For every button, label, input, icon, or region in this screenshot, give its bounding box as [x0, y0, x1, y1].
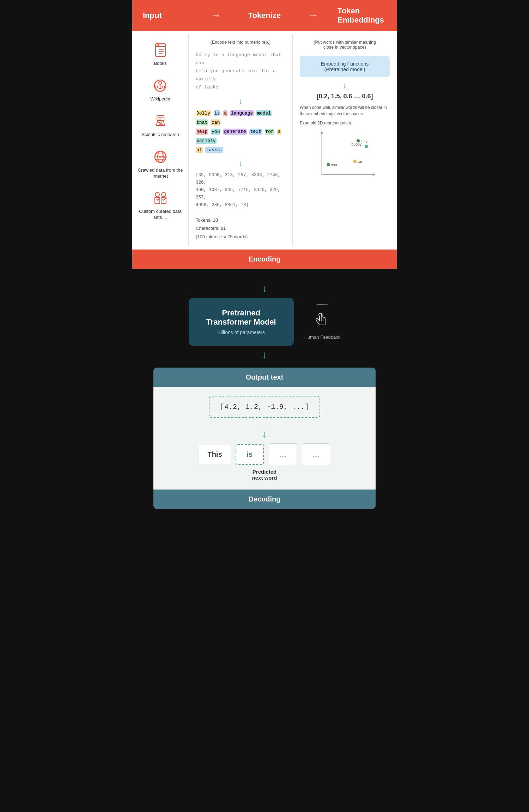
- tok-language: language: [230, 110, 254, 116]
- arrow-1: →: [191, 10, 240, 21]
- tokenize-column: (Encode text into numeric rep.) Dolly is…: [189, 35, 293, 246]
- tok-that: that: [196, 119, 208, 125]
- arrow-right-icon: →: [211, 10, 221, 21]
- token-stats: Tokens: 18 Characters: 81 (100 tokens ~=…: [196, 216, 285, 241]
- decoding-banner: Decoding: [153, 490, 376, 509]
- svg-point-30: [155, 192, 159, 197]
- books-label: Books: [154, 61, 166, 67]
- tokenize-header: Tokenize: [240, 11, 289, 20]
- tok-can: can: [211, 119, 220, 125]
- svg-marker-35: [320, 131, 323, 134]
- embeddings-header: Token Embeddings: [338, 6, 386, 25]
- decoding-label: Decoding: [248, 495, 280, 503]
- encoding-banner: Encoding: [132, 250, 397, 269]
- tokens-count: Tokens: 18: [196, 217, 218, 223]
- svg-point-43: [327, 163, 330, 166]
- word-this: This: [199, 445, 230, 464]
- embeddings-column: (Put words with similar meaningclose in …: [293, 35, 397, 246]
- svg-text:van: van: [331, 163, 337, 167]
- svg-point-8: [159, 81, 162, 84]
- header-row: Input → Tokenize → Token Embeddings: [132, 0, 397, 31]
- word-dot1: ...: [269, 443, 297, 465]
- tokens-note: (100 tokens ~= 75 words): [196, 234, 248, 239]
- wikipedia-icon: [152, 77, 169, 94]
- science-icon: [152, 113, 169, 130]
- tok-help: help: [196, 129, 208, 135]
- svg-rect-6: [157, 44, 158, 47]
- word-dot2: ...: [302, 443, 330, 465]
- svg-rect-16: [157, 116, 164, 121]
- bottom-section: ↓ PretrainedTransformer Model Billions o…: [132, 269, 397, 519]
- transformer-wrapper: PretrainedTransformer Model Billions of …: [153, 298, 376, 346]
- svg-point-32: [162, 192, 166, 197]
- output-header: Output text: [153, 368, 376, 387]
- top-section: Input → Tokenize → Token Embeddings: [132, 0, 397, 250]
- tok-a2: a: [277, 129, 281, 135]
- input-wikipedia: Wikipedia: [150, 77, 170, 102]
- svg-text:WWW: WWW: [159, 156, 166, 158]
- svg-point-13: [163, 86, 165, 88]
- input-books: Books: [152, 42, 169, 67]
- input-column: Books Wikipedia: [132, 35, 189, 246]
- tok-generate: generate: [223, 129, 247, 135]
- web-icon: WWW: [152, 148, 169, 165]
- book-icon: [152, 42, 169, 59]
- embedding-description: When done well, similar words will be cl…: [300, 104, 390, 117]
- svg-point-21: [158, 122, 159, 123]
- arrow-down-2: ↓: [196, 159, 285, 168]
- chars-count: Characters: 81: [196, 226, 226, 231]
- encoding-arrow-down: ↓: [153, 283, 376, 294]
- tokenize-subtitle: (Encode text into numeric rep.): [196, 40, 285, 45]
- tokenized-display: Dolly is a language model that can help …: [196, 109, 285, 155]
- output-section: Output text [4.2, 1.2, -1.9, ...] ↓ This…: [153, 368, 376, 509]
- arrow-2: →: [289, 10, 338, 21]
- tok-a: a: [223, 110, 227, 116]
- arrow-down-embed: ↓: [300, 81, 390, 90]
- embedding-functions-box: Embedding Functions(Pretrained model): [300, 56, 390, 77]
- input-science: Scientific research: [141, 113, 179, 138]
- human-feedback-label: Human Feedback: [304, 334, 341, 340]
- tok-text: text: [249, 129, 262, 135]
- tok-dolly: Dolly: [196, 110, 211, 116]
- encoding-label: Encoding: [248, 255, 280, 263]
- tok-you: you: [211, 129, 220, 135]
- input-crawled: WWW Crawled data from the internet: [136, 148, 185, 179]
- crawled-label: Crawled data from the internet: [136, 167, 185, 179]
- svg-line-20: [159, 122, 162, 124]
- predicted-next-word-label: Predictednext word: [160, 469, 369, 481]
- tokenize-label: Tokenize: [248, 11, 281, 20]
- vector-to-word-arrow: ↓: [160, 429, 369, 440]
- science-label: Scientific research: [141, 132, 179, 138]
- input-curated: Custom curated data sets ...: [136, 190, 185, 221]
- transformer-title: PretrainedTransformer Model: [206, 308, 276, 327]
- svg-point-39: [365, 145, 368, 148]
- output-arrow-down: ↓: [153, 349, 376, 361]
- output-vector-box: [4.2, 1.2, -1.9, ...]: [209, 396, 320, 418]
- input-label: Input: [143, 11, 162, 20]
- human-feedback-icon: [312, 312, 333, 332]
- svg-point-22: [162, 123, 163, 124]
- curated-icon: [152, 190, 169, 207]
- arrow-down-1: ↓: [196, 97, 285, 106]
- vector-container: [4.2, 1.2, -1.9, ...]: [160, 396, 369, 425]
- tok-tasks: tasks.: [205, 147, 223, 153]
- main-grid: Books Wikipedia: [132, 31, 397, 250]
- tok-model: model: [256, 110, 272, 116]
- example-2d-label: Example 2D representation;: [300, 121, 390, 125]
- original-sentence: Dolly is a language model that can help …: [196, 51, 285, 92]
- svg-text:car: car: [357, 160, 363, 164]
- tok-variety: variety: [196, 138, 217, 144]
- vector-output: [0.2, 1.5, 0.6 … 0.6]: [300, 93, 390, 100]
- wikipedia-label: Wikipedia: [150, 96, 170, 102]
- svg-point-41: [353, 160, 356, 163]
- curated-label: Custom curated data sets ...: [136, 209, 185, 221]
- transformer-subtitle: Billions of parameters: [206, 330, 276, 335]
- svg-text:puppy: puppy: [351, 142, 361, 146]
- embedding-chart: dog puppy car van: [310, 128, 380, 181]
- svg-point-12: [156, 86, 158, 88]
- transformer-box: PretrainedTransformer Model Billions of …: [189, 298, 294, 346]
- word-is: is: [236, 444, 264, 465]
- input-header: Input: [143, 11, 191, 20]
- embeddings-subtitle: (Put words with similar meaningclose in …: [300, 40, 390, 50]
- svg-text:dog: dog: [361, 139, 367, 143]
